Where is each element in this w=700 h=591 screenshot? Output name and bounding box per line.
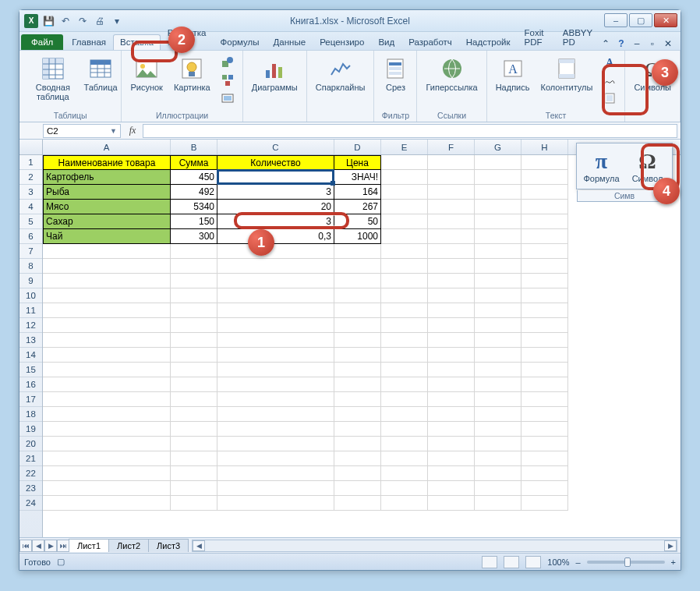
- cell-D15[interactable]: [334, 363, 381, 377]
- cell-F1[interactable]: [428, 155, 475, 170]
- view-pagebreak-button[interactable]: [525, 556, 541, 568]
- cell-E24[interactable]: [381, 496, 428, 511]
- cell-H9[interactable]: [521, 274, 568, 288]
- minimize-button[interactable]: –: [604, 13, 628, 27]
- cell-G17[interactable]: [475, 392, 521, 407]
- cell-H22[interactable]: [521, 466, 568, 481]
- cell-D7[interactable]: [334, 244, 381, 259]
- cell-C4[interactable]: 20: [217, 200, 334, 214]
- cell-H14[interactable]: [521, 348, 568, 363]
- qat-redo-button[interactable]: ↷: [76, 14, 90, 28]
- cell-D9[interactable]: [334, 274, 381, 288]
- cell-H21[interactable]: [521, 451, 568, 466]
- cell-E2[interactable]: [381, 170, 428, 185]
- cell-B6[interactable]: 300: [171, 229, 217, 244]
- cell-B9[interactable]: [171, 274, 217, 288]
- cell-D3[interactable]: 164: [334, 185, 381, 200]
- zoom-percent[interactable]: 100%: [547, 557, 569, 567]
- cell-A13[interactable]: [43, 333, 171, 348]
- cell-E3[interactable]: [381, 185, 428, 200]
- cell-B22[interactable]: [171, 466, 217, 481]
- zoom-in-button[interactable]: +: [671, 557, 676, 567]
- cell-D24[interactable]: [334, 496, 381, 511]
- select-all-corner[interactable]: [19, 140, 43, 154]
- ribbon-tab-вставка[interactable]: Вставка: [113, 34, 161, 50]
- cell-C14[interactable]: [217, 348, 334, 363]
- cell-G3[interactable]: [475, 185, 521, 200]
- cell-C16[interactable]: [217, 377, 334, 392]
- cell-D10[interactable]: [334, 288, 381, 303]
- cell-G10[interactable]: [475, 288, 521, 303]
- sheet-nav-first[interactable]: ⏮: [19, 540, 32, 552]
- cell-D14[interactable]: [334, 348, 381, 363]
- cell-F20[interactable]: [428, 437, 475, 451]
- cell-B13[interactable]: [171, 333, 217, 348]
- ribbon-tab-foxit pdf[interactable]: Foxit PDF: [518, 25, 556, 50]
- picture-button[interactable]: Рисунок: [126, 54, 167, 94]
- macro-record-icon[interactable]: ▢: [57, 557, 65, 567]
- row-header-20[interactable]: 20: [19, 437, 42, 451]
- cell-E10[interactable]: [381, 288, 428, 303]
- ribbon-tab-разработч[interactable]: Разработч: [401, 34, 459, 50]
- cell-G13[interactable]: [475, 333, 521, 348]
- cell-A10[interactable]: [43, 288, 171, 303]
- row-header-4[interactable]: 4: [19, 200, 42, 214]
- charts-button[interactable]: Диаграммы: [248, 54, 302, 94]
- cell-D5[interactable]: 50: [334, 214, 381, 229]
- cell-H19[interactable]: [521, 422, 568, 437]
- fx-button[interactable]: fx: [126, 125, 140, 136]
- cell-H12[interactable]: [521, 318, 568, 333]
- col-header-H[interactable]: H: [521, 140, 568, 154]
- cell-D18[interactable]: [334, 407, 381, 422]
- maximize-button[interactable]: ▢: [629, 13, 652, 27]
- row-header-2[interactable]: 2: [19, 170, 42, 185]
- cell-A6[interactable]: Чай: [43, 229, 171, 244]
- row-header-3[interactable]: 3: [19, 185, 42, 200]
- cell-G24[interactable]: [475, 496, 521, 511]
- cell-E11[interactable]: [381, 303, 428, 318]
- cell-G2[interactable]: [475, 170, 521, 185]
- sheet-tab-Лист2[interactable]: Лист2: [108, 539, 149, 552]
- cell-D19[interactable]: [334, 422, 381, 437]
- cell-D11[interactable]: [334, 303, 381, 318]
- cell-G4[interactable]: [475, 200, 521, 214]
- cell-H5[interactable]: [521, 214, 568, 229]
- cell-H8[interactable]: [521, 259, 568, 274]
- cell-H23[interactable]: [521, 481, 568, 496]
- cell-H10[interactable]: [521, 288, 568, 303]
- cell-C12[interactable]: [217, 318, 334, 333]
- file-tab[interactable]: Файл: [21, 34, 63, 50]
- cell-F19[interactable]: [428, 422, 475, 437]
- equation-button[interactable]: π Формула: [580, 147, 623, 186]
- cell-G8[interactable]: [475, 259, 521, 274]
- col-header-F[interactable]: F: [428, 140, 475, 154]
- cell-B12[interactable]: [171, 318, 217, 333]
- row-header-9[interactable]: 9: [19, 274, 42, 288]
- row-header-18[interactable]: 18: [19, 407, 42, 422]
- cell-E15[interactable]: [381, 363, 428, 377]
- screenshot-button[interactable]: [217, 90, 238, 107]
- row-header-19[interactable]: 19: [19, 422, 42, 437]
- cell-A16[interactable]: [43, 377, 171, 392]
- cell-D17[interactable]: [334, 392, 381, 407]
- cell-B5[interactable]: 150: [171, 214, 217, 229]
- cell-A7[interactable]: [43, 244, 171, 259]
- symbols-button[interactable]: ΩСимволы: [630, 54, 675, 94]
- cell-D2[interactable]: ЗНАЧ!: [334, 170, 381, 185]
- cell-F12[interactable]: [428, 318, 475, 333]
- cell-H17[interactable]: [521, 392, 568, 407]
- cell-A9[interactable]: [43, 274, 171, 288]
- smartart-button[interactable]: [217, 72, 238, 89]
- cell-H11[interactable]: [521, 303, 568, 318]
- cell-C1[interactable]: Количество: [217, 155, 334, 170]
- cell-F18[interactable]: [428, 407, 475, 422]
- headerfooter-button[interactable]: Колонтитулы: [536, 54, 596, 94]
- col-header-E[interactable]: E: [381, 140, 428, 154]
- cell-E18[interactable]: [381, 407, 428, 422]
- cell-H7[interactable]: [521, 244, 568, 259]
- cell-E17[interactable]: [381, 392, 428, 407]
- row-header-14[interactable]: 14: [19, 348, 42, 363]
- cell-G9[interactable]: [475, 274, 521, 288]
- cell-C3[interactable]: 3: [217, 185, 334, 200]
- cell-F9[interactable]: [428, 274, 475, 288]
